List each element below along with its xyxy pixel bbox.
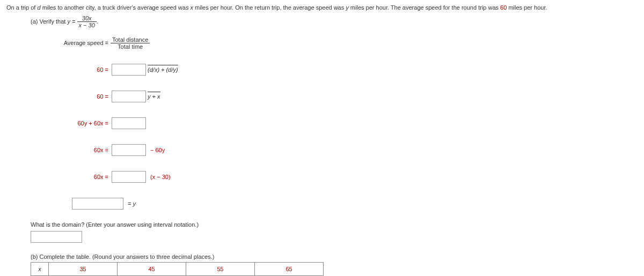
- value-60: 60: [500, 4, 507, 11]
- step-3-input[interactable]: [112, 117, 146, 129]
- verify-fraction: 30x x − 30: [77, 15, 97, 28]
- x-value: 45: [118, 263, 186, 276]
- step-5-input[interactable]: [112, 171, 146, 183]
- domain-input[interactable]: [31, 231, 82, 243]
- domain-question: What is the domain? (Enter your answer u…: [31, 221, 638, 228]
- step-1: 60 = (d/x) + (d/y): [49, 61, 638, 79]
- step-1-numerator-input[interactable]: [112, 64, 146, 76]
- problem-statement: On a trip of d miles to another city, a …: [6, 4, 638, 11]
- step-label: 60 =: [49, 66, 112, 73]
- x-value: 55: [186, 263, 255, 276]
- step-3: 60y + 60x =: [49, 114, 638, 132]
- step-4-rhs: − 60y: [146, 147, 165, 153]
- step-1-denominator: (d/x) + (d/y): [148, 65, 178, 73]
- text: (a) Verify that: [31, 18, 67, 25]
- text: miles to another city, a truck driver's …: [41, 4, 191, 11]
- part-a-label: (a) Verify that y = 30x x − 30 .: [6, 15, 638, 28]
- step-5-rhs: (x − 30): [146, 174, 171, 180]
- step-label: 60x =: [49, 174, 112, 180]
- eq-lhs: y =: [67, 18, 77, 25]
- step-6: = y: [49, 195, 638, 213]
- step-label: 60 =: [49, 93, 112, 100]
- text: miles per hour. On the return trip, the …: [193, 4, 346, 11]
- numerator: Total distance: [111, 36, 150, 43]
- step-2-denominator: y + x: [148, 92, 160, 100]
- x-value: 35: [49, 263, 118, 276]
- step-2-numerator-input[interactable]: [112, 91, 146, 102]
- x-value: 65: [255, 263, 324, 276]
- table-row: x 35 45 55 65: [31, 263, 324, 276]
- step-label: 60x =: [49, 147, 112, 153]
- numerator: 30x: [77, 15, 97, 22]
- text: On a trip of: [6, 4, 37, 11]
- avg-speed-row: Average speed = Total distance Total tim…: [49, 34, 638, 52]
- step-4: 60x = − 60y: [49, 141, 638, 159]
- row-header-x: x: [31, 263, 49, 276]
- avg-speed-fraction: Total distance Total time: [111, 36, 150, 50]
- step-label: 60y + 60x =: [49, 120, 112, 126]
- part-b-label: (b) Complete the table. (Round your answ…: [31, 253, 638, 260]
- text: miles per hour.: [507, 4, 547, 11]
- table-xy: x 35 45 55 65 y: [31, 262, 324, 276]
- denominator: Total time: [111, 43, 150, 50]
- step-4-input[interactable]: [112, 144, 146, 156]
- step-6-input[interactable]: [72, 198, 123, 210]
- avg-speed-label: Average speed =: [49, 40, 111, 46]
- step-2: 60 = y + x: [49, 87, 638, 106]
- step-5: 60x = (x − 30): [49, 168, 638, 186]
- step-6-rhs: = y: [123, 200, 136, 207]
- text: miles per hour. The average speed for th…: [349, 4, 500, 11]
- denominator: x − 30: [77, 22, 97, 28]
